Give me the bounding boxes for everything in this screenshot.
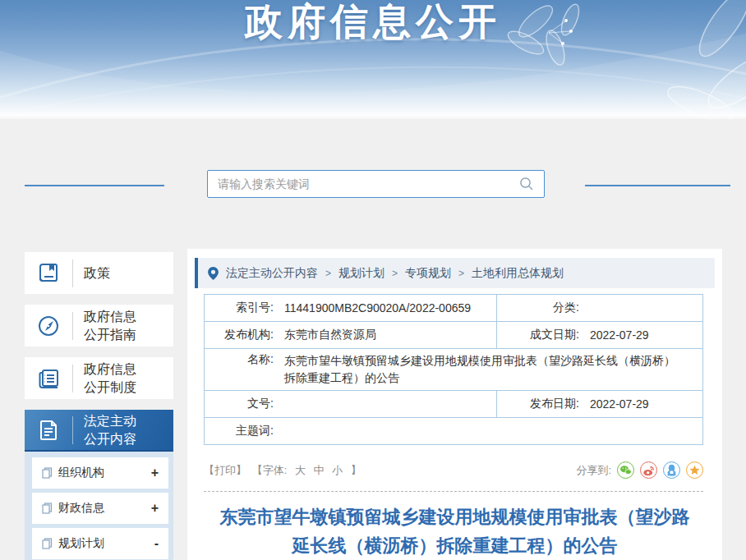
page-icon <box>42 467 53 479</box>
breadcrumb-item[interactable]: 土地利用总体规划 <box>472 266 564 281</box>
table-row: 主题词: <box>205 418 703 445</box>
issuing-agency-label: 发布机构: <box>205 328 274 342</box>
page-icon <box>42 503 53 514</box>
search-icon[interactable] <box>519 177 534 191</box>
print-font-controls: 【打印】 【字体: 大 中 小 】 <box>204 463 364 478</box>
subitem-label: 财政信息 <box>58 501 104 516</box>
document-number-label: 文号: <box>205 397 274 411</box>
font-size-suffix: 】 <box>351 464 361 476</box>
sidebar-item-label: 政府信息公开制度 <box>73 360 149 397</box>
table-row: 名称: 东莞市望牛墩镇预留城乡建设用地规模使用审批表（望沙路延长线（横沥桥）拆除… <box>205 349 703 391</box>
main-content: 法定主动公开内容 > 规划计划 > 专项规划 > 土地利用总体规划 索引号: 1… <box>187 249 722 560</box>
font-size-controls: 【字体: 大 中 小 】 <box>250 464 364 476</box>
toolbar: 【打印】 【字体: 大 中 小 】 分享到: <box>204 461 703 479</box>
table-row: 索引号: 11441900MB2C90020A/2022-00659 分类: <box>205 295 703 322</box>
share-qq-icon[interactable] <box>663 461 680 479</box>
subitem-label: 组织机构 <box>58 466 104 480</box>
banner: 政府信息公开 <box>0 0 746 119</box>
font-size-prefix: 【字体: <box>252 464 288 476</box>
article-title: 东莞市望牛墩镇预留城乡建设用地规模使用审批表（望沙路延长线（横沥桥）拆除重建工程… <box>219 503 691 560</box>
breadcrumb-separator: > <box>392 268 398 279</box>
breadcrumb-separator: > <box>325 268 331 279</box>
print-button[interactable]: 【打印】 <box>204 464 246 476</box>
subject-words-label: 主题词: <box>205 424 274 438</box>
share-label: 分享到: <box>576 463 611 478</box>
issuing-agency-value: 东莞市自然资源局 <box>284 328 376 342</box>
sidebar-subitem-organization[interactable]: 组织机构 + <box>32 457 168 489</box>
expand-toggle[interactable]: + <box>151 466 159 480</box>
written-date-value: 2022-07-29 <box>590 328 649 342</box>
publish-date-label: 发布日期: <box>497 397 579 411</box>
page-title: 政府信息公开 <box>0 0 746 48</box>
sidebar-subitem-planning[interactable]: 规划计划 - <box>32 528 168 559</box>
font-size-large[interactable]: 大 <box>295 464 306 476</box>
document-name-label: 名称: <box>205 352 274 367</box>
breadcrumb-item[interactable]: 法定主动公开内容 <box>226 266 318 281</box>
written-date-label: 成文日期: <box>497 328 579 342</box>
sidebar-item-rules[interactable]: 政府信息公开制度 <box>25 357 173 399</box>
rules-book-icon <box>25 365 72 392</box>
document-icon <box>25 417 72 443</box>
sidebar-subitem-finance[interactable]: 财政信息 + <box>32 493 168 524</box>
font-size-medium[interactable]: 中 <box>314 464 325 476</box>
book-icon <box>25 260 72 287</box>
dashed-divider <box>204 491 703 492</box>
sidebar-item-statutory-disclosure[interactable]: 法定主动公开内容 <box>25 410 173 452</box>
page-icon <box>42 538 53 549</box>
index-number-value: 11441900MB2C90020A/2022-00659 <box>284 301 471 314</box>
compass-icon <box>25 313 72 339</box>
search-box <box>207 170 545 198</box>
breadcrumb-item[interactable]: 规划计划 <box>338 266 385 281</box>
sidebar-item-label: 政府信息公开指南 <box>73 308 149 344</box>
subitem-label: 规划计划 <box>58 536 104 551</box>
search-divider-right <box>585 185 730 186</box>
search-input[interactable] <box>218 177 519 190</box>
sidebar-item-label: 法定主动公开内容 <box>73 412 149 448</box>
breadcrumb: 法定主动公开内容 > 规划计划 > 专项规划 > 土地利用总体规划 <box>195 258 715 288</box>
expand-toggle[interactable]: + <box>151 501 159 516</box>
category-label: 分类: <box>497 301 579 315</box>
table-row: 发布机构: 东莞市自然资源局 成文日期: 2022-07-29 <box>205 322 703 349</box>
breadcrumb-item[interactable]: 专项规划 <box>405 266 451 281</box>
sidebar-item-policy[interactable]: 政策 <box>25 252 173 294</box>
document-meta-table: 索引号: 11441900MB2C90020A/2022-00659 分类: 发… <box>204 294 703 445</box>
font-size-small[interactable]: 小 <box>332 464 343 476</box>
table-row: 文号: 发布日期: 2022-07-29 <box>205 391 703 418</box>
search-divider-left <box>25 185 164 186</box>
collapse-toggle[interactable]: - <box>154 536 159 551</box>
sidebar-item-guide[interactable]: 政府信息公开指南 <box>25 305 173 347</box>
share-bar: 分享到: <box>576 461 703 479</box>
share-qzone-icon[interactable] <box>686 461 703 479</box>
document-name-value: 东莞市望牛墩镇预留城乡建设用地规模使用审批表（望沙路延长线（横沥桥）拆除重建工程… <box>284 352 702 387</box>
share-weibo-icon[interactable] <box>640 461 657 479</box>
publish-date-value: 2022-07-29 <box>590 397 649 411</box>
share-wechat-icon[interactable] <box>617 461 634 479</box>
breadcrumb-separator: > <box>458 268 464 279</box>
sidebar-subpanel: 组织机构 + 财政信息 + 规划计划 - <box>25 452 173 560</box>
sidebar: 政策 政府信息公开指南 政府信息公开制度 <box>25 252 173 452</box>
sidebar-item-label: 政策 <box>73 264 149 282</box>
index-number-label: 索引号: <box>205 301 274 315</box>
location-pin-icon <box>208 267 219 280</box>
